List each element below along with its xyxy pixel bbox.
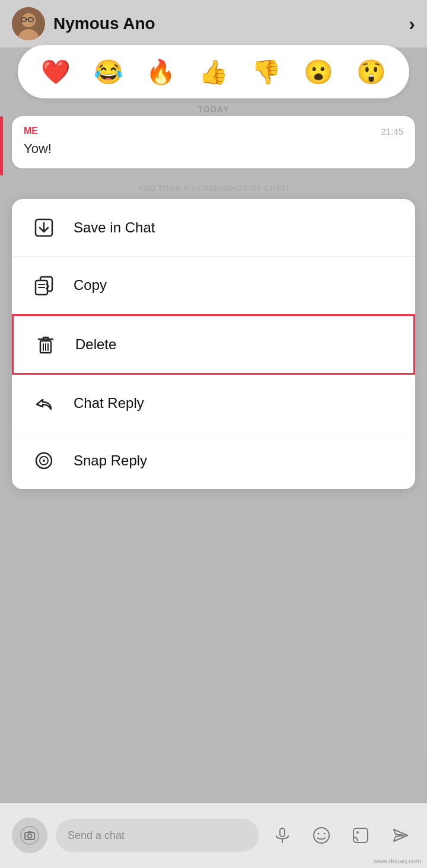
- message-sender: ME: [24, 126, 38, 136]
- emoji-surprised[interactable]: 😮: [304, 58, 333, 86]
- watermark: www.deuaq.com: [373, 857, 421, 864]
- send-snap-button[interactable]: [384, 820, 415, 851]
- message-bubble: ME 21:45 Yow!: [12, 116, 415, 168]
- emoji-button[interactable]: [306, 820, 337, 851]
- emoji-fire[interactable]: 🔥: [146, 58, 176, 86]
- menu-item-copy[interactable]: Copy: [12, 257, 415, 314]
- emoji-thumbsup[interactable]: 👍: [199, 58, 228, 86]
- svg-point-27: [318, 833, 320, 835]
- emoji-reaction-bar: ❤️ 😂 🔥 👍 👎 😮 😲: [18, 45, 409, 98]
- emoji-heart[interactable]: ❤️: [41, 58, 71, 86]
- chat-header: Nymous Ano ›: [0, 0, 427, 47]
- message-red-indicator: [0, 116, 3, 175]
- bottom-bar: Send a chat: [0, 803, 427, 868]
- chat-reply-icon: [28, 388, 59, 419]
- menu-item-delete[interactable]: Delete: [12, 314, 415, 375]
- save-in-chat-icon: [28, 212, 59, 243]
- svg-point-30: [356, 831, 359, 834]
- sticker-button[interactable]: [345, 820, 376, 851]
- svg-point-20: [21, 826, 39, 844]
- copy-label: Copy: [74, 277, 107, 293]
- message-text: Yow!: [24, 141, 403, 157]
- delete-label: Delete: [75, 336, 116, 353]
- menu-item-chat-reply[interactable]: Chat Reply: [12, 375, 415, 432]
- emoji-shocked[interactable]: 😲: [356, 58, 386, 86]
- copy-icon: [28, 270, 59, 301]
- emoji-thumbsdown[interactable]: 👎: [251, 58, 281, 86]
- menu-item-snap-reply[interactable]: Snap Reply: [12, 432, 415, 489]
- save-in-chat-label: Save in Chat: [74, 219, 155, 236]
- message-meta: ME 21:45: [24, 126, 403, 136]
- chat-input-placeholder: Send a chat: [68, 829, 125, 842]
- chevron-right-icon[interactable]: ›: [409, 13, 415, 35]
- svg-point-26: [314, 828, 329, 843]
- message-time: 21:45: [381, 126, 403, 136]
- context-menu: Save in Chat Copy: [12, 199, 415, 489]
- microphone-button[interactable]: [267, 820, 298, 851]
- svg-point-22: [28, 834, 32, 838]
- svg-rect-24: [280, 828, 285, 837]
- screenshot-notice: YOU TOOK A SCREENSHOT OF CHAT!: [0, 184, 427, 193]
- contact-name: Nymous Ano: [53, 14, 409, 33]
- avatar[interactable]: [12, 7, 45, 40]
- delete-icon: [30, 329, 61, 360]
- camera-button[interactable]: [12, 818, 47, 853]
- menu-item-save-in-chat[interactable]: Save in Chat: [12, 199, 415, 257]
- svg-rect-29: [353, 828, 368, 843]
- svg-rect-23: [28, 831, 31, 833]
- chat-input[interactable]: Send a chat: [56, 819, 259, 852]
- chat-reply-label: Chat Reply: [74, 395, 144, 411]
- svg-point-19: [43, 459, 45, 462]
- svg-point-28: [324, 833, 326, 835]
- emoji-laugh[interactable]: 😂: [94, 58, 123, 86]
- today-label: TODAY: [0, 104, 427, 114]
- snap-reply-label: Snap Reply: [74, 452, 147, 469]
- snap-reply-icon: [28, 445, 59, 476]
